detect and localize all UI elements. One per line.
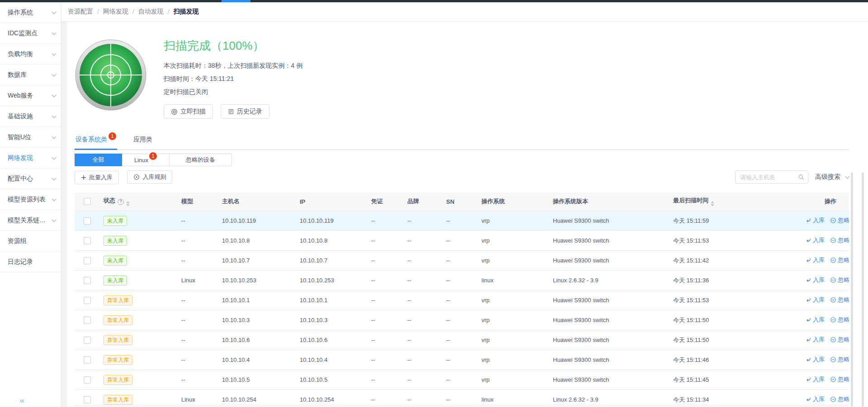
ignore-action[interactable]: 忽略: [830, 316, 849, 324]
sidebar-item-0[interactable]: 操作系统: [0, 2, 61, 23]
cell-last_scan: 今天 15:11:36: [670, 271, 796, 290]
ignore-action-label: 忽略: [838, 375, 849, 384]
ignore-action[interactable]: 忽略: [830, 296, 849, 304]
tab-0[interactable]: 设备系统类1: [75, 136, 117, 150]
row-checkbox[interactable]: [84, 237, 91, 244]
row-checkbox[interactable]: [84, 356, 91, 364]
search-icon[interactable]: [798, 174, 804, 180]
status-badge: 异常入库: [104, 315, 132, 325]
breadcrumb-item-1[interactable]: 网络发现: [103, 8, 128, 16]
cell-model: --: [178, 211, 218, 231]
sidebar-item-10[interactable]: 模型关系链列...: [0, 210, 61, 231]
sidebar-collapse-icon[interactable]: «: [20, 396, 23, 405]
subtab-1[interactable]: Linux1: [122, 154, 170, 166]
row-checkbox[interactable]: [84, 257, 91, 264]
sidebar-item-7[interactable]: 网络发现: [0, 148, 61, 168]
sidebar-item-label: 日志记录: [8, 258, 33, 266]
cell-host: 10.10.10.3: [218, 310, 296, 330]
toolbar-right: 高级搜索: [735, 170, 849, 184]
ignore-action-label: 忽略: [838, 395, 849, 403]
store-action[interactable]: 入库: [805, 316, 825, 324]
sort-carets-icon[interactable]: [711, 201, 714, 206]
store-action[interactable]: 入库: [805, 216, 825, 225]
ignore-action[interactable]: 忽略: [830, 216, 849, 225]
ignore-action[interactable]: 忽略: [830, 236, 849, 244]
col-header-credential: 凭证: [368, 192, 404, 211]
cell-status: 未入库: [100, 231, 178, 251]
search-input[interactable]: [739, 173, 798, 181]
row-checkbox[interactable]: [84, 217, 91, 225]
scan-stats-line: 本次扫描耗时：38秒，上次扫描新发现实例：4 例: [164, 59, 302, 72]
sidebar-item-label: 模型关系链列...: [8, 216, 50, 225]
row-checkbox[interactable]: [84, 396, 91, 403]
sidebar-item-5[interactable]: 基础设施: [0, 106, 61, 127]
cell-sn: --: [443, 251, 478, 271]
col-header-last_scan[interactable]: 最后扫描时间: [670, 192, 796, 211]
store-action[interactable]: 入库: [805, 395, 825, 403]
cell-status: 异常入库: [100, 290, 178, 310]
store-action[interactable]: 入库: [805, 256, 825, 264]
row-checkbox[interactable]: [84, 376, 91, 384]
batch-store-button[interactable]: 批量入库: [75, 171, 119, 184]
store-action[interactable]: 入库: [805, 276, 825, 284]
sidebar-item-1[interactable]: IDC监测点: [0, 23, 61, 44]
row-checkbox[interactable]: [84, 337, 91, 344]
store-action[interactable]: 入库: [805, 356, 825, 364]
sidebar-item-2[interactable]: 负载均衡: [0, 44, 61, 65]
sidebar-item-12[interactable]: 日志记录: [0, 252, 61, 272]
row-checkbox[interactable]: [84, 317, 91, 324]
scan-now-button[interactable]: 立即扫描: [164, 104, 213, 119]
row-checkbox[interactable]: [84, 277, 91, 284]
store-action[interactable]: 入库: [805, 375, 825, 384]
cell-sn: --: [443, 211, 478, 231]
store-action-label: 入库: [813, 276, 825, 284]
advanced-search-toggle[interactable]: 高级搜索: [815, 173, 849, 181]
sidebar-item-4[interactable]: Web服务: [0, 85, 61, 106]
store-rules-button[interactable]: 入库规则: [127, 170, 172, 184]
store-action[interactable]: 入库: [805, 336, 825, 344]
store-action[interactable]: 入库: [805, 296, 825, 304]
cell-brand: --: [404, 330, 443, 350]
store-action-label: 入库: [813, 216, 825, 225]
breadcrumb-item-2[interactable]: 自动发现: [138, 8, 164, 16]
col-header-brand: 品牌: [404, 192, 443, 211]
subtab-count-badge: 1: [149, 152, 157, 160]
sidebar-item-8[interactable]: 配置中心: [0, 168, 61, 189]
ignore-action[interactable]: 忽略: [830, 276, 849, 284]
advanced-search-label: 高级搜索: [815, 173, 840, 181]
help-icon[interactable]: ?: [118, 199, 124, 205]
row-checkbox[interactable]: [84, 297, 91, 304]
col-header-label: 模型: [181, 198, 193, 205]
breadcrumb-item-0[interactable]: 资源配置: [68, 8, 93, 16]
ignore-action[interactable]: 忽略: [830, 356, 849, 364]
store-action[interactable]: 入库: [805, 236, 825, 244]
table-row-2: 未入库--10.10.10.710.10.10.7------vrpHuawei…: [75, 251, 849, 271]
cell-ip: 10.10.10.5: [296, 370, 368, 390]
ignore-action[interactable]: 忽略: [830, 395, 849, 403]
cell-credential: --: [368, 310, 404, 330]
page-scrollbar-thumb[interactable]: [862, 173, 864, 407]
col-header-status[interactable]: 状态?: [100, 192, 178, 211]
status-badge: 未入库: [104, 276, 127, 285]
sort-carets-icon[interactable]: [126, 201, 130, 206]
history-button[interactable]: 历史记录: [221, 104, 269, 119]
cell-model: --: [178, 290, 218, 310]
subtab-2[interactable]: 忽略的设备: [170, 154, 232, 166]
cell-status: 未入库: [100, 271, 178, 290]
select-all-checkbox[interactable]: [84, 198, 91, 205]
tab-1[interactable]: 应用类: [132, 136, 153, 150]
subtab-0[interactable]: 全部: [75, 154, 122, 166]
store-arrow-icon: [805, 396, 811, 402]
cell-os_version: Huawei S9300 switch: [549, 330, 670, 350]
cell-credential: --: [368, 231, 404, 251]
sidebar-item-6[interactable]: 智能U位: [0, 127, 61, 148]
ignore-action[interactable]: 忽略: [830, 375, 849, 384]
inner-scrollbar-thumb[interactable]: [851, 173, 853, 407]
cell-os_version: Huawei S9300 switch: [549, 290, 670, 310]
sidebar-item-3[interactable]: 数据库: [0, 65, 61, 85]
ignore-action[interactable]: 忽略: [830, 256, 849, 264]
sidebar-item-9[interactable]: 模型资源列表: [0, 189, 61, 210]
table-row-7: 异常入库--10.10.10.410.10.10.4------vrpHuawe…: [75, 350, 849, 370]
ignore-action[interactable]: 忽略: [830, 336, 849, 344]
sidebar-item-11[interactable]: 资源组: [0, 231, 61, 252]
